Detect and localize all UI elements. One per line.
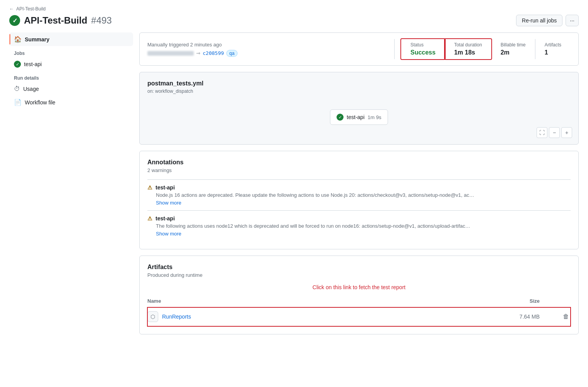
- workflow-name: postman_tests.yml: [147, 80, 571, 87]
- artifacts-count-value: 1: [545, 49, 561, 56]
- file-icon: 📄: [14, 99, 22, 106]
- success-icon-large: ✓: [9, 15, 20, 26]
- job-node-test-api[interactable]: ✓ test-api 1m 9s: [330, 109, 388, 125]
- job-node-success-icon: ✓: [337, 114, 344, 121]
- stat-duration: Total duration 1m 18s: [444, 38, 492, 60]
- zoom-in-button[interactable]: +: [561, 127, 572, 138]
- zoom-out-button[interactable]: −: [549, 127, 560, 138]
- artifacts-card: Artifacts Produced during runtime Click …: [139, 256, 579, 334]
- rerun-all-jobs-button[interactable]: Re-run all jobs: [516, 15, 562, 26]
- billable-value: 2m: [501, 49, 526, 56]
- artifact-name-link[interactable]: RunReports: [162, 314, 191, 320]
- click-hint: Click on this link to fetch the test rep…: [147, 284, 571, 290]
- sidebar: 🏠 Summary Jobs ✓ test-api Run details ⏱ …: [9, 32, 133, 109]
- commit-avatar: [147, 51, 194, 56]
- header-actions: Re-run all jobs ···: [516, 15, 579, 26]
- artifact-delete-button[interactable]: 🗑: [561, 312, 571, 322]
- workflow-graph: ✓ test-api 1m 9s: [147, 102, 571, 136]
- graph-controls: ⛶ − +: [537, 127, 572, 138]
- more-options-button[interactable]: ···: [566, 15, 579, 26]
- sidebar-item-test-api[interactable]: ✓ test-api: [9, 58, 133, 71]
- workflow-graph-card: postman_tests.yml on: workflow_dispatch …: [139, 72, 579, 145]
- run-summary-card: Manually triggered 2 minutes ago ⇾ c2085…: [139, 32, 579, 66]
- page-header: ← API-Test-Build ✓ API-Test-Build #493 R…: [9, 6, 579, 26]
- job-node-name: test-api: [347, 114, 364, 120]
- home-icon: 🏠: [14, 36, 22, 43]
- artifact-row-1: ⬡ RunReports 7.64 MB 🗑: [147, 307, 571, 326]
- duration-label: Total duration: [454, 42, 482, 48]
- artifact-name-cell: ⬡ RunReports: [147, 307, 372, 326]
- sidebar-item-usage[interactable]: ⏱ Usage: [9, 82, 133, 95]
- stat-billable: Billable time 2m: [491, 39, 535, 59]
- col-name-header: Name: [147, 295, 372, 307]
- show-more-link-1[interactable]: Show more: [156, 200, 181, 206]
- sidebar-usage-label: Usage: [23, 86, 39, 92]
- artifact-actions-cell: 🗑: [555, 307, 571, 326]
- job-node-duration: 1m 9s: [368, 114, 381, 120]
- artifacts-table: Name Size ⬡ RunReports: [147, 295, 571, 326]
- run-meta: Manually triggered 2 minutes ago ⇾ c2085…: [147, 42, 388, 57]
- artifact-package-icon: ⬡: [147, 311, 158, 322]
- annotation-msg-2: The following actions uses node12 which …: [156, 223, 504, 229]
- sidebar-summary-label: Summary: [25, 36, 50, 43]
- commit-arrow-icon: ⇾: [196, 50, 200, 56]
- annotation-item-1: ⚠ test-api Node.js 16 actions are deprec…: [147, 179, 571, 210]
- branch-badge[interactable]: qa: [226, 50, 238, 57]
- main-layout: 🏠 Summary Jobs ✓ test-api Run details ⏱ …: [9, 32, 579, 334]
- warning-icon-2: ⚠: [147, 215, 152, 222]
- stat-artifacts: Artifacts 1: [535, 39, 571, 59]
- annotations-title: Annotations: [147, 159, 571, 166]
- artifacts-title: Artifacts: [147, 264, 571, 271]
- artifacts-subtitle: Produced during runtime: [147, 272, 571, 278]
- back-arrow-icon: ←: [9, 6, 14, 12]
- sidebar-item-summary[interactable]: 🏠 Summary: [9, 32, 133, 46]
- annotation-msg-1: Node.js 16 actions are deprecated. Pleas…: [156, 192, 504, 198]
- duration-value: 1m 18s: [454, 49, 482, 56]
- back-link[interactable]: ← API-Test-Build: [9, 6, 579, 12]
- page-title: ✓ API-Test-Build #493: [9, 15, 112, 26]
- jobs-section-label: Jobs: [9, 46, 133, 58]
- run-trigger: Manually triggered 2 minutes ago: [147, 42, 388, 48]
- zoom-fit-button[interactable]: ⛶: [537, 127, 547, 138]
- annotation-item-2: ⚠ test-api The following actions uses no…: [147, 210, 571, 241]
- annotations-subtitle: 2 warnings: [147, 167, 571, 173]
- commit-hash[interactable]: c208599: [203, 50, 224, 56]
- status-label: Status: [410, 42, 436, 48]
- billable-label: Billable time: [501, 42, 526, 48]
- stat-status: Status Success: [400, 38, 446, 60]
- col-size-header: Size: [372, 295, 555, 307]
- annotations-card: Annotations 2 warnings ⚠ test-api Node.j…: [139, 151, 579, 249]
- annotation-job-2: test-api: [156, 215, 175, 222]
- sidebar-item-workflow-file[interactable]: 📄 Workflow file: [9, 95, 133, 109]
- title-text: API-Test-Build: [24, 15, 87, 26]
- status-value: Success: [410, 49, 436, 56]
- artifact-size-cell: 7.64 MB: [372, 307, 555, 326]
- warning-icon-1: ⚠: [147, 184, 152, 191]
- run-details-label: Run details: [9, 71, 133, 82]
- sidebar-job-label: test-api: [24, 61, 42, 67]
- artifacts-count-label: Artifacts: [545, 42, 561, 48]
- sidebar-workflow-file-label: Workflow file: [25, 99, 55, 106]
- job-success-icon: ✓: [14, 61, 21, 68]
- clock-icon: ⏱: [14, 85, 20, 92]
- content-area: Manually triggered 2 minutes ago ⇾ c2085…: [139, 32, 579, 334]
- show-more-link-2[interactable]: Show more: [156, 231, 181, 237]
- run-stats: Status Success Total duration 1m 18s Bil…: [401, 39, 571, 59]
- annotation-job-1: test-api: [156, 184, 175, 191]
- back-link-label: API-Test-Build: [16, 6, 46, 12]
- stats-divider: [394, 39, 395, 59]
- workflow-trigger: on: workflow_dispatch: [147, 89, 571, 94]
- run-commit: ⇾ c208599 qa: [147, 50, 388, 57]
- run-number: #493: [91, 15, 112, 26]
